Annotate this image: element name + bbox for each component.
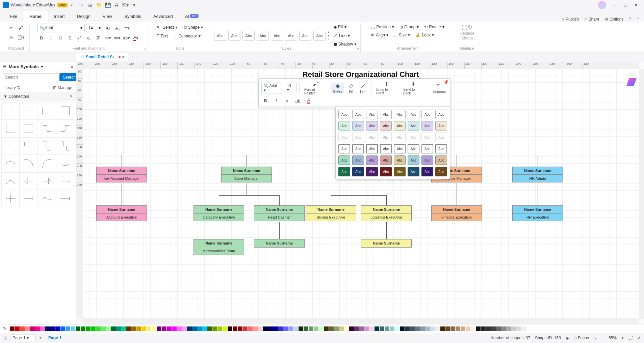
connector-shape[interactable] xyxy=(1,120,20,137)
style-swatch[interactable]: Abc xyxy=(352,121,364,131)
color-swatch[interactable] xyxy=(329,326,334,331)
ftb-italic[interactable]: I xyxy=(272,96,280,105)
focus-button[interactable]: ⊙ Focus xyxy=(573,336,589,340)
library-button[interactable]: Library ⇅ xyxy=(3,85,20,90)
style-up[interactable]: ▴ xyxy=(328,30,330,34)
color-swatch[interactable] xyxy=(309,326,313,331)
style-swatch[interactable]: Abc xyxy=(338,167,350,176)
undo-button[interactable]: ↶ xyxy=(69,1,76,9)
connector-shape[interactable] xyxy=(20,172,38,190)
color-swatch[interactable] xyxy=(278,326,283,331)
connector-shape[interactable] xyxy=(20,102,38,120)
style-swatch[interactable]: Abc xyxy=(352,133,364,142)
color-swatch[interactable] xyxy=(425,326,430,331)
paste-button[interactable]: 📋▾ xyxy=(17,33,25,41)
clear-format-button[interactable]: T̸ xyxy=(94,34,102,42)
layers-button[interactable]: ◈ xyxy=(566,336,569,340)
export-button[interactable]: ⇱▾ xyxy=(122,1,129,9)
connector-shape[interactable] xyxy=(20,190,38,207)
bullets-button[interactable]: ≔▾ xyxy=(113,34,121,42)
org-node-fe[interactable]: Name SurnameFinance Executive xyxy=(431,205,482,221)
ftb-send-back[interactable]: ⬇Send to Back xyxy=(401,81,425,95)
select-tool[interactable]: ↖ Select▾ xyxy=(154,24,180,31)
line-button[interactable]: ／ Line▾ xyxy=(332,32,358,39)
color-swatch[interactable] xyxy=(60,326,65,331)
org-node-ae[interactable]: Name SurnameAccount Executive xyxy=(96,205,147,221)
color-swatch[interactable] xyxy=(172,326,177,331)
color-swatch[interactable] xyxy=(349,326,354,331)
menu-file[interactable]: File xyxy=(4,11,23,22)
color-swatch[interactable] xyxy=(45,326,50,331)
close-button[interactable]: ✕ xyxy=(630,1,641,9)
grow-font-button[interactable]: A↑ xyxy=(104,24,112,32)
presentation-button[interactable]: ▷ xyxy=(594,336,597,340)
style-down[interactable]: ▾ xyxy=(328,34,330,37)
color-swatch[interactable] xyxy=(66,326,70,331)
add-tab-button[interactable]: + xyxy=(130,54,133,60)
color-swatch[interactable] xyxy=(35,326,40,331)
search-input[interactable] xyxy=(3,73,58,81)
style-swatch[interactable]: Abc xyxy=(435,155,447,165)
publish-button[interactable]: ✈ Publish xyxy=(561,17,579,22)
style-swatch[interactable]: Abc xyxy=(352,144,364,153)
styles-dialog-launcher[interactable]: ↘ xyxy=(356,47,359,50)
ftb-styles[interactable]: ◆Styles xyxy=(331,83,344,93)
color-swatch[interactable] xyxy=(476,326,481,331)
style-preset-8[interactable]: Abc xyxy=(313,31,326,41)
color-swatch[interactable] xyxy=(354,326,359,331)
connector-tool[interactable]: ⎯ Connector▾ xyxy=(172,32,203,40)
style-swatch[interactable]: Abc xyxy=(421,133,433,142)
org-node-mt[interactable]: Name SurnameMerchandiser Team xyxy=(194,239,244,255)
text-tool[interactable]: T Text xyxy=(154,32,171,40)
connectors-section-header[interactable]: ▼ Connectors × xyxy=(0,92,76,101)
close-tab-button[interactable]: × xyxy=(122,55,124,59)
align-button[interactable]: ⊫ Align▾ xyxy=(369,32,390,38)
ftb-line[interactable]: ／Line xyxy=(358,82,368,94)
add-page-button[interactable]: + xyxy=(39,336,42,340)
color-swatch[interactable] xyxy=(228,326,232,331)
color-swatch[interactable] xyxy=(344,326,349,331)
page-tab-1[interactable]: Page-1 xyxy=(45,334,65,342)
style-swatch[interactable]: Abc xyxy=(338,144,350,153)
connector-shape[interactable] xyxy=(56,120,74,137)
color-swatch[interactable] xyxy=(30,326,35,331)
color-swatch[interactable] xyxy=(516,326,521,331)
collapse-panel-button[interactable]: « xyxy=(71,64,73,69)
copy-button[interactable]: ⎘ xyxy=(7,33,16,41)
style-swatch[interactable]: Abc xyxy=(380,167,392,176)
style-preset-4[interactable]: Abc xyxy=(257,31,269,41)
color-swatch[interactable] xyxy=(248,326,253,331)
color-swatch[interactable] xyxy=(314,326,318,331)
style-swatch[interactable]: Abc xyxy=(338,133,350,142)
style-swatch[interactable]: Abc xyxy=(421,144,433,153)
size-button[interactable]: ⬚ Size▾ xyxy=(392,32,412,38)
page-select[interactable]: Page-1 ▾ xyxy=(10,335,36,341)
ai-assistant-icon[interactable] xyxy=(626,78,637,86)
color-swatch[interactable] xyxy=(202,326,207,331)
org-node-km[interactable]: Name SurnameKey Account Manager xyxy=(96,167,147,182)
color-swatch[interactable] xyxy=(420,326,425,331)
style-swatch[interactable]: Abc xyxy=(380,110,392,119)
color-swatch[interactable] xyxy=(395,326,400,331)
bold-button[interactable]: B xyxy=(37,34,46,42)
color-swatch[interactable] xyxy=(81,326,85,331)
color-swatch[interactable] xyxy=(212,326,217,331)
color-swatch[interactable] xyxy=(324,326,329,331)
menu-advanced[interactable]: Advanced xyxy=(147,11,179,22)
color-swatch[interactable] xyxy=(55,326,60,331)
color-swatch[interactable] xyxy=(501,326,506,331)
style-swatch[interactable]: Abc xyxy=(408,110,419,119)
color-swatch[interactable] xyxy=(359,326,364,331)
color-swatch[interactable] xyxy=(471,326,475,331)
style-swatch[interactable]: Abc xyxy=(366,144,378,153)
org-node-n2[interactable]: Name Surname xyxy=(254,239,305,248)
style-preset-7[interactable]: Abc xyxy=(299,31,311,41)
color-swatch[interactable] xyxy=(481,326,486,331)
color-swatch[interactable] xyxy=(86,326,91,331)
connector-shape[interactable] xyxy=(56,155,74,172)
style-more[interactable]: ≡ xyxy=(328,37,330,41)
superscript-button[interactable]: x² xyxy=(75,34,83,42)
color-swatch[interactable] xyxy=(182,326,187,331)
connector-shape[interactable] xyxy=(56,190,74,207)
connector-shape[interactable] xyxy=(1,155,20,172)
